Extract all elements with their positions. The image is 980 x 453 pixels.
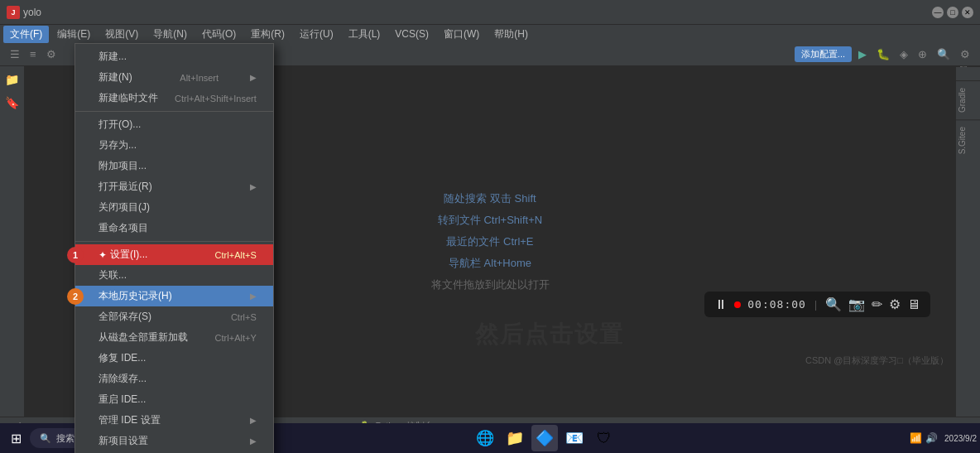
menu-item-refactor[interactable]: 重构(R) <box>244 26 291 43</box>
recent-label: 打开最近(R) <box>98 180 152 194</box>
annotation-overlay: 然后点击设置 <box>475 319 624 350</box>
taskbar-app-2[interactable]: 📁 <box>502 425 528 451</box>
right-tab-gitee[interactable]: S.Gitee <box>956 119 980 161</box>
menu-open[interactable]: 打开(O)... <box>75 114 273 135</box>
record-time: 00:08:00 <box>747 298 806 311</box>
menu-item-code[interactable]: 代码(O) <box>195 26 243 43</box>
save-as-local-label: 另存为... <box>98 138 137 152</box>
camera-button[interactable]: 📷 <box>848 296 865 312</box>
menu-item-file[interactable]: 文件(F) <box>3 26 49 43</box>
menu-item-edit[interactable]: 编辑(E) <box>50 26 97 43</box>
menu-close-project[interactable]: 关闭项目(J) <box>75 197 273 218</box>
title-text: yolo <box>23 7 41 18</box>
sep-2 <box>75 241 273 242</box>
menu-restart-ide[interactable]: 重启 IDE... <box>75 389 273 410</box>
right-tab-vcs[interactable]: 版本控制 <box>956 66 980 80</box>
profile-icon[interactable]: ◈ <box>896 46 911 62</box>
network-icon[interactable]: 📶 <box>910 432 922 444</box>
sidebar-bookmark-icon[interactable]: 🔖 <box>2 93 22 113</box>
start-button[interactable]: ⊞ <box>3 426 28 451</box>
menu-item-run[interactable]: 运行(U) <box>293 26 340 43</box>
sidebar-project-icon[interactable]: 📁 <box>2 70 22 89</box>
sys-icons: 📶 🔊 <box>910 432 938 444</box>
hamburger-icon[interactable]: ☰ <box>7 46 23 62</box>
title-bar-right: — □ ✕ <box>932 7 973 18</box>
menu-new-project-settings[interactable]: 新项目设置 ▶ <box>75 431 273 451</box>
list-icon[interactable]: ≡ <box>26 46 40 62</box>
menu-clear-cache[interactable]: 清除缓存... <box>75 369 273 389</box>
new-n-label: 新建(N) <box>98 70 132 84</box>
menu-item-help[interactable]: 帮助(H) <box>488 26 535 43</box>
new-n-shortcut: Alt+Insert <box>180 73 219 83</box>
right-sidebar: 版本控制 Gradle S.Gitee <box>955 66 980 417</box>
app-wrapper: J yolo — □ ✕ 文件(F) 编辑(E) 视图(V) 导航(N) 代码(… <box>0 0 980 453</box>
minimize-button[interactable]: — <box>932 7 944 18</box>
menu-item-nav[interactable]: 导航(N) <box>147 26 194 43</box>
taskbar-right: 📶 🔊 2023/9/2 <box>910 432 977 444</box>
menu-save-as-local[interactable]: 另存为... <box>75 135 273 156</box>
menu-reload[interactable]: 从磁盘全部重新加载 Ctrl+Alt+Y <box>75 327 273 348</box>
search-global-icon[interactable]: 🔍 <box>934 46 954 62</box>
taskbar-app-1[interactable]: 🌐 <box>472 425 498 451</box>
taskbar-app-5[interactable]: 🛡 <box>591 425 617 451</box>
menu-recent[interactable]: 打开最近(R) ▶ <box>75 176 273 197</box>
close-button[interactable]: ✕ <box>962 7 973 18</box>
local-history-label: 本地历史记录(H) <box>98 289 172 303</box>
add-config-button[interactable]: 添加配置... <box>795 46 852 62</box>
placeholder-line-1: 随处搜索 双击 Shift <box>431 191 550 206</box>
maximize-button[interactable]: □ <box>947 7 958 18</box>
menu-rename-project[interactable]: 重命名项目 <box>75 218 273 239</box>
coverage-icon[interactable]: ⊕ <box>915 46 930 62</box>
sound-icon[interactable]: 🔊 <box>925 432 938 444</box>
right-tab-gradle[interactable]: Gradle <box>956 80 980 119</box>
menu-item-view[interactable]: 视图(V) <box>98 26 145 43</box>
title-bar-left: J yolo <box>7 6 41 19</box>
file-dropdown-overlay: 新建... 新建(N) Alt+Insert ▶ 新建临时文件 Ctrl+Alt… <box>74 43 274 453</box>
pen-button[interactable]: ✏ <box>872 296 882 312</box>
menu-new-temp[interactable]: 新建临时文件 Ctrl+Alt+Shift+Insert <box>75 88 273 108</box>
rename-project-label: 重命名项目 <box>98 221 148 235</box>
menu-item-tools[interactable]: 工具(L) <box>342 26 387 43</box>
menu-manage-ide[interactable]: 管理 IDE 设置 ▶ <box>75 410 273 431</box>
close-project-label: 关闭项目(J) <box>98 200 150 214</box>
menu-bar: 文件(F) 编辑(E) 视图(V) 导航(N) 代码(O) 重构(R) 运行(U… <box>0 25 980 43</box>
rec-settings-button[interactable]: ⚙ <box>889 296 901 312</box>
settings-icon[interactable]: ⚙ <box>43 46 60 62</box>
attach-label: 附加项目... <box>98 159 147 173</box>
associate-label: 关联... <box>98 268 127 282</box>
search-rec-button[interactable]: 🔍 <box>825 296 842 312</box>
menu-fix-ide[interactable]: 修复 IDE... <box>75 348 273 369</box>
menu-item-window[interactable]: 窗口(W) <box>437 26 486 43</box>
reload-label: 从磁盘全部重新加载 <box>98 330 188 345</box>
menu-associate[interactable]: 关联... <box>75 265 273 286</box>
screen-button[interactable]: 🖥 <box>907 297 920 312</box>
pause-button[interactable]: ⏸ <box>714 297 728 312</box>
menu-new-item[interactable]: 新建... <box>75 46 273 67</box>
app-icon: J <box>7 6 20 19</box>
menu-save-all[interactable]: 全部保存(S) Ctrl+S <box>75 306 273 327</box>
settings-badge: 1 <box>67 247 84 263</box>
history-badge: 2 <box>67 288 84 305</box>
debug-icon[interactable]: 🐛 <box>873 46 893 62</box>
taskbar-app-3[interactable]: 🔷 <box>531 425 558 451</box>
menu-settings[interactable]: 1 ✦ 设置(I)... Ctrl+Alt+S <box>75 244 273 265</box>
menu-attach[interactable]: 附加项目... <box>75 156 273 176</box>
menu-local-history[interactable]: 2 本地历史记录(H) ▶ <box>75 286 273 306</box>
new-temp-label: 新建临时文件 <box>98 91 158 105</box>
settings2-icon[interactable]: ⚙ <box>957 46 973 62</box>
placeholder-line-3: 最近的文件 Ctrl+E <box>431 234 550 249</box>
settings-label: 设置(I)... <box>110 248 147 262</box>
placeholder-line-5: 将文件拖放到此处以打开 <box>431 277 550 292</box>
menu-item-vcs[interactable]: VCS(S) <box>388 27 435 41</box>
save-all-shortcut: Ctrl+S <box>231 312 257 322</box>
manage-ide-label: 管理 IDE 设置 <box>98 413 161 427</box>
search-label: 搜索 <box>56 432 74 445</box>
save-all-label: 全部保存(S) <box>98 310 151 324</box>
play-icon[interactable]: ▶ <box>855 46 870 62</box>
menu-new-n[interactable]: 新建(N) Alt+Insert ▶ <box>75 67 273 88</box>
new-temp-shortcut: Ctrl+Alt+Shift+Insert <box>175 94 257 104</box>
title-bar: J yolo — □ ✕ <box>0 0 980 25</box>
new-project-settings-label: 新项目设置 <box>98 434 148 448</box>
taskbar-app-4[interactable]: 📧 <box>561 425 588 451</box>
open-label: 打开(O)... <box>98 118 141 132</box>
